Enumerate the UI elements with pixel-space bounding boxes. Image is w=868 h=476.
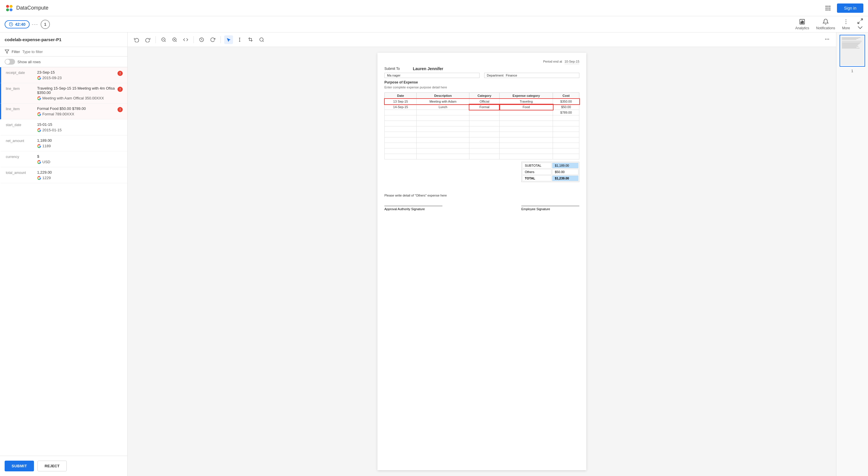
cursor-button[interactable]	[224, 35, 233, 44]
svg-rect-16	[802, 21, 802, 23]
table-cell-description: Lunch	[416, 104, 469, 110]
submit-button[interactable]: SUBMIT	[5, 461, 34, 471]
thumbnail-1[interactable]	[840, 35, 865, 67]
svg-rect-17	[803, 21, 804, 23]
period-end-label: Period end at	[543, 60, 562, 64]
history-button[interactable]	[197, 35, 206, 44]
toolbar-more-button[interactable]	[823, 35, 832, 44]
field-row-total_amount: total_amount1,229.00 1229	[0, 167, 127, 183]
field-parsed: Formal 789.00XXX	[37, 112, 115, 116]
main-layout: codelab-expense-parser-P1 Filter Show al…	[0, 32, 868, 476]
empty-cell	[416, 154, 469, 160]
col-category: Category	[469, 93, 500, 99]
notifications-nav[interactable]: Notifications	[816, 19, 835, 30]
empty-cell	[416, 143, 469, 148]
empty-cell	[416, 132, 469, 137]
table-cell-date	[385, 110, 416, 115]
footer-text: Please write detail of "Others" expense …	[384, 194, 579, 197]
empty-cell	[416, 137, 469, 143]
field-label: line_item	[6, 87, 35, 91]
sign-in-button[interactable]: Sign in	[837, 3, 863, 13]
field-row-line_item: line_itemTraveling 15-Sep-15 15 Meeting …	[0, 83, 127, 103]
toggle-knob	[5, 60, 10, 64]
search-doc-button[interactable]	[257, 35, 266, 44]
submit-to-value: Lauren Jennifer	[413, 66, 443, 71]
table-cell-category: Official	[469, 99, 500, 104]
field-parsed-value: Meeting with Aam Offical 350.00XXX	[42, 96, 104, 100]
svg-rect-8	[827, 7, 829, 9]
svg-point-35	[260, 38, 263, 41]
field-raw: Formal Food $50.00 $789.00	[37, 106, 115, 111]
col-description: Description	[416, 93, 469, 99]
toolbar-sep-1	[155, 36, 156, 43]
employee-label: Employee Signature	[521, 207, 550, 211]
crop-button[interactable]	[246, 35, 255, 44]
empty-cell	[385, 132, 416, 137]
svg-line-22	[858, 22, 860, 23]
code-button[interactable]	[181, 35, 190, 44]
svg-rect-11	[827, 9, 829, 10]
empty-cell	[416, 121, 469, 126]
show-all-toggle[interactable]	[5, 59, 15, 65]
zoom-in-button[interactable]	[170, 35, 179, 44]
table-cell-expense_category: Traveling	[500, 99, 553, 104]
table-cell-date: 13 Sep-15	[385, 99, 416, 104]
step-badge: 1	[41, 20, 50, 29]
empty-cell	[469, 137, 500, 143]
second-bar-right: Analytics Notifications More	[795, 18, 863, 31]
svg-rect-12	[829, 9, 831, 10]
svg-rect-10	[826, 9, 827, 10]
field-values: 1,229.00 1229	[37, 170, 123, 180]
expand-collapse[interactable]	[857, 18, 863, 31]
undo-button[interactable]	[132, 35, 141, 44]
doc-period-row: Period end at 10-Sep-15	[384, 60, 579, 64]
timer-dashes: ---	[32, 22, 38, 27]
empty-cell	[500, 121, 553, 126]
empty-cell	[469, 132, 500, 137]
submit-to-field: Submit To Lauren Jennifer	[384, 66, 579, 71]
empty-cell	[469, 126, 500, 132]
expand-icon	[857, 18, 863, 24]
filter-bar: Filter	[0, 47, 127, 57]
field-parsed: USD	[37, 160, 123, 164]
document-viewport[interactable]: Period end at 10-Sep-15 Submit To Lauren…	[128, 47, 836, 476]
toolbar	[128, 32, 836, 47]
empty-cell	[500, 143, 553, 148]
app-name: DataCompute	[16, 5, 49, 11]
submit-to-label: Submit To	[384, 67, 410, 71]
show-all-row: Show all rows	[0, 57, 127, 67]
field-row-currency: currency$ USD	[0, 151, 127, 167]
field-values: 23-Sep-15 2015-09-23	[37, 70, 115, 80]
svg-point-20	[846, 23, 846, 24]
table-cell-cost: $350.00	[553, 99, 579, 104]
filter-icon	[5, 49, 9, 54]
filter-label: Filter	[11, 49, 20, 54]
logo-icon	[5, 3, 14, 13]
field-row-net_amount: net_amount1,189.00 1189	[0, 135, 127, 151]
zoom-out-button[interactable]	[159, 35, 168, 44]
field-row-line_item: line_itemFormal Food $50.00 $789.00 Form…	[0, 103, 127, 120]
more-nav[interactable]: More	[842, 19, 850, 30]
top-header: DataCompute Sign in	[0, 0, 868, 16]
others-label: Others	[522, 169, 552, 175]
header-right: Sign in	[824, 3, 863, 13]
grid-menu-button[interactable]	[824, 4, 832, 12]
text-cursor-button[interactable]	[235, 35, 244, 44]
table-row-empty	[385, 126, 579, 132]
field-parsed-value: 1229	[42, 176, 51, 180]
timer-value: 42:40	[15, 22, 26, 27]
svg-rect-7	[826, 7, 827, 9]
reject-button[interactable]: REJECT	[37, 461, 67, 471]
svg-point-37	[825, 39, 826, 40]
redo-button[interactable]	[143, 35, 152, 44]
subtotal-label: SUBTOTAL	[522, 163, 552, 168]
empty-cell	[553, 148, 579, 154]
analytics-nav[interactable]: Analytics	[795, 19, 809, 30]
rotate-button[interactable]	[208, 35, 217, 44]
notifications-label: Notifications	[816, 26, 835, 30]
empty-cell	[553, 154, 579, 160]
filter-input[interactable]	[22, 49, 123, 54]
field-raw: 23-Sep-15	[37, 70, 115, 74]
svg-point-39	[828, 39, 829, 40]
table-cell-description: Meeting with Adam	[416, 99, 469, 104]
